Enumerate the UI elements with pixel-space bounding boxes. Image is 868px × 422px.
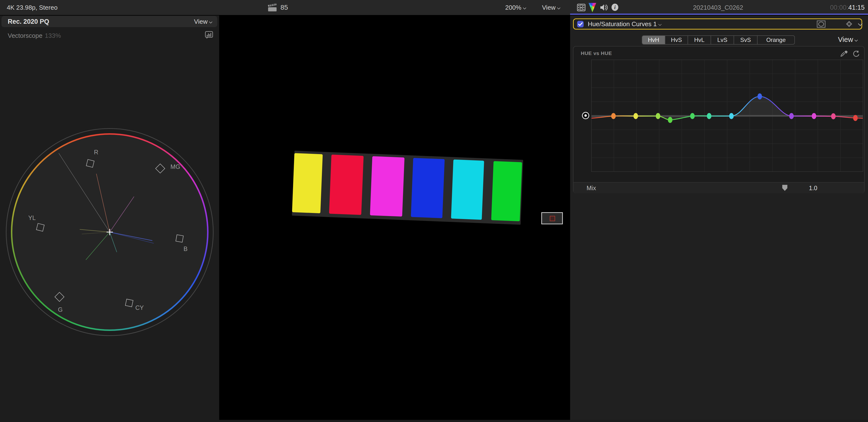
tab-hvl[interactable]: HvL	[688, 36, 711, 44]
curve-point[interactable]	[831, 113, 836, 119]
scope-display-icon[interactable]	[205, 31, 214, 39]
chevron-down-icon	[855, 38, 858, 42]
mix-slider-handle[interactable]	[782, 185, 787, 191]
session-info: 4K 23.98p, Stereo	[7, 0, 58, 15]
hue-curve-panel: HUE vs HUE	[573, 46, 865, 193]
tab-orange[interactable]: Orange	[757, 36, 795, 44]
clip-title: 20210403_C0262	[678, 0, 758, 15]
scope-scale-label: 133%	[45, 32, 61, 39]
zoom-navigator[interactable]	[541, 212, 563, 224]
top-bar: 4K 23.98p, Stereo 85 200% View	[0, 0, 868, 16]
curve-point[interactable]	[656, 113, 660, 119]
color-patch-green	[491, 161, 522, 221]
vectorscope-label-r: R	[94, 149, 98, 156]
checkmark-icon	[577, 21, 584, 27]
chevron-down-icon	[557, 6, 560, 9]
curve-point[interactable]	[812, 113, 816, 119]
chevron-down-icon	[209, 20, 212, 24]
tab-lvs[interactable]: LvS	[711, 36, 734, 44]
viewer	[219, 16, 570, 420]
scopes-panel: Rec. 2020 PQ View Vectorscope133% RMGYLB…	[0, 16, 220, 420]
curve-point[interactable]	[690, 113, 695, 119]
curve-point[interactable]	[757, 93, 762, 99]
vectorscope-target-r	[86, 159, 94, 168]
effect-collapse-chevron[interactable]	[858, 21, 863, 26]
eyedropper-icon[interactable]	[840, 50, 848, 58]
film-strip-icon[interactable]	[577, 3, 586, 12]
frame-count: 85	[280, 0, 288, 15]
vectorscope-target-b	[175, 234, 184, 242]
curve-panel-title: HUE vs HUE	[581, 50, 612, 56]
tab-hvs[interactable]: HvS	[665, 36, 688, 44]
curve-color-target[interactable]	[582, 112, 589, 119]
zoom-level-menu[interactable]: 200%	[505, 0, 526, 15]
color-patch-blue	[411, 158, 445, 218]
mix-label: Mix	[587, 183, 596, 193]
speaker-icon[interactable]	[600, 3, 608, 12]
curve-point[interactable]	[789, 113, 794, 119]
chevron-down-icon	[658, 23, 662, 26]
mask-icon[interactable]	[816, 20, 826, 28]
effect-name-menu[interactable]: Hue/Saturation Curves 1	[588, 19, 661, 29]
hue-vs-hue-curve[interactable]	[591, 60, 863, 172]
curve-point[interactable]	[633, 113, 638, 119]
vectorscope-label-b: B	[184, 245, 188, 252]
bottom-edge-bar	[0, 420, 868, 422]
inspector-accent-line	[570, 13, 868, 15]
clapperboard-icon	[268, 3, 279, 12]
curves-view-menu[interactable]: View	[838, 35, 857, 43]
color-inspector: Hue/Saturation Curves 1 HvHHvSHvLLvSSvSO…	[570, 16, 868, 420]
vectorscope-hue-ring	[11, 133, 209, 331]
curve-point[interactable]	[668, 117, 673, 123]
mix-row: Mix 1.0	[574, 182, 864, 193]
chevron-down-icon	[523, 6, 526, 9]
zoom-navigator-region[interactable]	[550, 216, 555, 221]
tab-svs[interactable]: SvS	[734, 36, 757, 44]
timecode: 00:00:41:15	[830, 0, 865, 15]
curve-point[interactable]	[853, 115, 858, 121]
color-patch-yellow	[292, 153, 323, 213]
vectorscope-label-g: G	[58, 306, 62, 313]
color-patch-magenta	[370, 156, 405, 217]
curve-point[interactable]	[729, 113, 734, 119]
vectorscope-target-yl	[36, 223, 44, 231]
color-patch-red	[329, 155, 364, 215]
colorspace-bar: Rec. 2020 PQ View	[1, 16, 217, 27]
color-chart-strip	[292, 151, 523, 225]
viewer-view-menu[interactable]: View	[542, 0, 560, 15]
color-patch-cyan	[451, 159, 484, 220]
svg-text:i: i	[614, 4, 616, 10]
vectorscope-label-mg: MG	[170, 163, 180, 170]
vectorscope-label-cy: CY	[135, 304, 144, 311]
info-icon[interactable]: i	[611, 3, 619, 11]
colorspace-label: Rec. 2020 PQ	[8, 16, 49, 27]
curve-control-points[interactable]	[611, 93, 858, 123]
curve-point[interactable]	[707, 113, 712, 119]
scopes-view-menu[interactable]: View	[194, 16, 212, 27]
reset-icon[interactable]	[852, 50, 860, 58]
scope-name-label: Vectorscope133%	[8, 32, 61, 39]
vectorscope-label-yl: YL	[28, 214, 36, 221]
curve-point[interactable]	[611, 113, 616, 119]
effect-enable-checkbox[interactable]	[577, 21, 584, 27]
mix-value[interactable]: 1.0	[809, 183, 817, 193]
fcp-color-workspace: 4K 23.98p, Stereo 85 200% View	[0, 0, 868, 422]
keyframe-icon[interactable]	[845, 20, 853, 28]
curve-type-tabs: HvHHvSHvLLvSSvSOrange	[642, 35, 795, 44]
color-gamut-icon[interactable]	[588, 3, 597, 12]
effect-row[interactable]: Hue/Saturation Curves 1	[573, 19, 862, 30]
tab-hvh[interactable]: HvH	[642, 36, 665, 44]
vectorscope-target-cy	[125, 299, 133, 307]
